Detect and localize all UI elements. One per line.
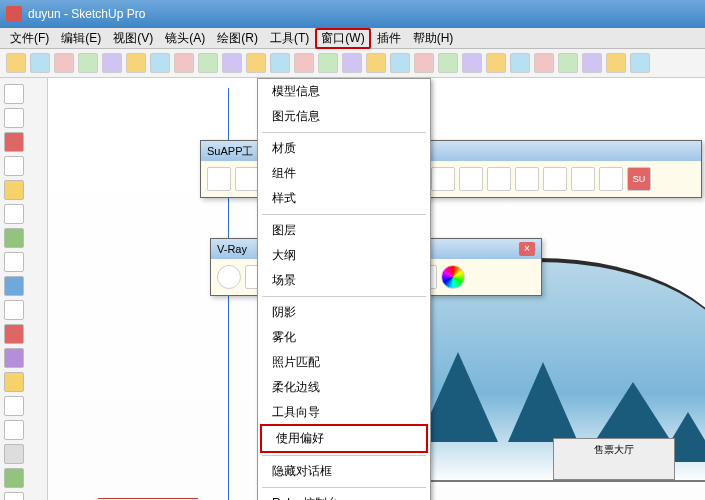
menu-help[interactable]: 帮助(H): [407, 28, 460, 49]
workspace: 售票大厅 模型信息 图元信息 材质 组件 样式 图层 大纲 场景 阴影 雾化 照…: [0, 78, 705, 500]
menu-separator: [262, 214, 426, 215]
toolbar-btn[interactable]: [582, 53, 602, 73]
menu-separator: [262, 487, 426, 488]
tool-follow[interactable]: [4, 348, 24, 368]
toolbar-btn[interactable]: [606, 53, 626, 73]
toolbar-btn[interactable]: [270, 53, 290, 73]
menu-item-shadows[interactable]: 阴影: [258, 300, 430, 325]
tool-offset[interactable]: [4, 396, 24, 416]
tool-eraser[interactable]: [4, 108, 24, 128]
menu-item-model-info[interactable]: 模型信息: [258, 79, 430, 104]
toolbar-btn[interactable]: [390, 53, 410, 73]
toolbar-btn[interactable]: [534, 53, 554, 73]
tool-arc[interactable]: [4, 204, 24, 224]
menu-item-preferences[interactable]: 使用偏好: [262, 426, 426, 451]
panel-btn[interactable]: [599, 167, 623, 191]
menu-separator: [262, 296, 426, 297]
menu-file[interactable]: 文件(F): [4, 28, 55, 49]
menu-item-styles[interactable]: 样式: [258, 186, 430, 211]
menu-item-fog[interactable]: 雾化: [258, 325, 430, 350]
menu-item-ruby-console[interactable]: Ruby 控制台: [258, 491, 430, 500]
vray-options-btn[interactable]: [441, 265, 465, 289]
tool-tape[interactable]: [4, 420, 24, 440]
toolbar-btn[interactable]: [318, 53, 338, 73]
axis-red: [98, 498, 198, 499]
toolbar-btn[interactable]: [510, 53, 530, 73]
toolbar-btn[interactable]: [222, 53, 242, 73]
entrance-label: 售票大厅: [554, 439, 674, 457]
app-icon: [6, 6, 22, 22]
tool-move[interactable]: [4, 300, 24, 320]
menu-item-hide-dialogs[interactable]: 隐藏对话框: [258, 459, 430, 484]
toolbar-btn[interactable]: [126, 53, 146, 73]
app-title: duyun - SketchUp Pro: [28, 7, 145, 21]
toolbar-btn[interactable]: [486, 53, 506, 73]
tool-scale[interactable]: [4, 372, 24, 392]
menu-draw[interactable]: 绘图(R): [211, 28, 264, 49]
toolbar-btn[interactable]: [78, 53, 98, 73]
toolbar-btn[interactable]: [30, 53, 50, 73]
toolbar-btn[interactable]: [6, 53, 26, 73]
menu-separator: [262, 132, 426, 133]
menu-tools[interactable]: 工具(T): [264, 28, 315, 49]
tool-protract[interactable]: [4, 468, 24, 488]
toolbar-btn[interactable]: [198, 53, 218, 73]
toolbar-btn[interactable]: [462, 53, 482, 73]
toolbar-btn[interactable]: [414, 53, 434, 73]
menu-item-soften-edges[interactable]: 柔化边线: [258, 375, 430, 400]
facade-triangle: [508, 362, 578, 442]
toolbar-btn[interactable]: [150, 53, 170, 73]
menu-item-scenes[interactable]: 场景: [258, 268, 430, 293]
menu-edit[interactable]: 编辑(E): [55, 28, 107, 49]
tool-circle[interactable]: [4, 180, 24, 200]
menu-item-instructor[interactable]: 工具向导: [258, 400, 430, 425]
suapp-icon[interactable]: SU: [627, 167, 651, 191]
menu-plugins[interactable]: 插件: [371, 28, 407, 49]
toolbar-btn[interactable]: [558, 53, 578, 73]
main-toolbar: [0, 49, 705, 78]
menu-camera[interactable]: 镜头(A): [159, 28, 211, 49]
panel-btn[interactable]: [207, 167, 231, 191]
toolbar-btn[interactable]: [102, 53, 122, 73]
toolbar-btn[interactable]: [246, 53, 266, 73]
menu-item-components[interactable]: 组件: [258, 161, 430, 186]
panel-btn[interactable]: [431, 167, 455, 191]
panel-btn[interactable]: [571, 167, 595, 191]
menu-window[interactable]: 窗口(W): [315, 28, 370, 49]
toolbar-btn[interactable]: [630, 53, 650, 73]
tool-select[interactable]: [4, 84, 24, 104]
toolbar-btn[interactable]: [366, 53, 386, 73]
toolbar-btn[interactable]: [174, 53, 194, 73]
tool-freehand[interactable]: [4, 252, 24, 272]
panel-btn[interactable]: [543, 167, 567, 191]
close-icon[interactable]: ×: [519, 242, 535, 256]
tool-dim[interactable]: [4, 444, 24, 464]
tool-push[interactable]: [4, 276, 24, 296]
tool-polygon[interactable]: [4, 228, 24, 248]
panel-btn[interactable]: [235, 167, 259, 191]
menu-bar: 文件(F) 编辑(E) 视图(V) 镜头(A) 绘图(R) 工具(T) 窗口(W…: [0, 28, 705, 49]
panel-title: V-Ray: [217, 243, 247, 255]
tool-line[interactable]: [4, 156, 24, 176]
menu-separator: [262, 455, 426, 456]
menu-item-match-photo[interactable]: 照片匹配: [258, 350, 430, 375]
vray-render-btn[interactable]: [217, 265, 241, 289]
toolbar-btn[interactable]: [438, 53, 458, 73]
menu-item-layers[interactable]: 图层: [258, 218, 430, 243]
panel-btn[interactable]: [459, 167, 483, 191]
panel-title: SuAPP工: [207, 144, 253, 159]
toolbar-btn[interactable]: [342, 53, 362, 73]
tool-rect[interactable]: [4, 132, 24, 152]
menu-view[interactable]: 视图(V): [107, 28, 159, 49]
entrance-block: 售票大厅: [553, 438, 675, 480]
menu-item-outliner[interactable]: 大纲: [258, 243, 430, 268]
menu-item-highlight: 使用偏好: [260, 424, 428, 453]
menu-item-entity-info[interactable]: 图元信息: [258, 104, 430, 129]
panel-btn[interactable]: [515, 167, 539, 191]
tool-text[interactable]: [4, 492, 24, 500]
menu-item-materials[interactable]: 材质: [258, 136, 430, 161]
panel-btn[interactable]: [487, 167, 511, 191]
tool-rotate[interactable]: [4, 324, 24, 344]
toolbar-btn[interactable]: [294, 53, 314, 73]
toolbar-btn[interactable]: [54, 53, 74, 73]
